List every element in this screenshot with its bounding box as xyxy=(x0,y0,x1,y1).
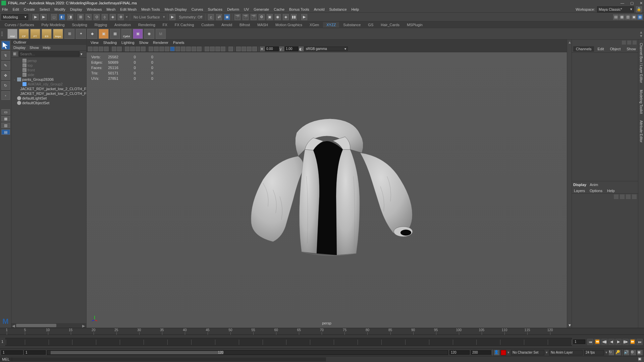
vp-color-mgmt-combo[interactable]: sRGB gamma▾ xyxy=(304,47,348,51)
scale-tool-icon[interactable]: ▫ xyxy=(1,91,10,100)
layout-horiz-icon[interactable]: ▤ xyxy=(1,129,10,135)
viewport[interactable]: Verts:2558200Edges:5068900Faces:2511600T… xyxy=(87,52,567,328)
cached-playback-icon[interactable]: ▣ xyxy=(637,350,643,355)
panel-layout-4-icon[interactable]: ▣ xyxy=(631,14,637,20)
menu-file[interactable]: File xyxy=(2,7,8,11)
render-settings-icon[interactable]: ⚙ xyxy=(259,14,265,20)
minimize-button[interactable]: — xyxy=(621,1,624,5)
vp-wireframe-icon[interactable] xyxy=(149,47,153,51)
workspace-selector[interactable]: Maya Classic*▾ xyxy=(597,6,634,12)
select-by-hierarchy-icon[interactable]: ◧ xyxy=(59,14,65,20)
menu-bonus-tools[interactable]: Bonus Tools xyxy=(289,7,309,11)
outliner-item[interactable]: front xyxy=(11,68,86,72)
vp-camera-select-icon[interactable] xyxy=(88,47,93,51)
tab-attribute-editor[interactable]: Attribute Editor xyxy=(639,118,643,144)
hypershade-icon[interactable]: ◉ xyxy=(275,14,281,20)
outliner-menu-help[interactable]: Help xyxy=(43,46,51,50)
outliner-tree[interactable]: persptopfrontside-pants_Group28306AVATAR… xyxy=(11,58,86,323)
shelf-tab-rigging[interactable]: Rigging xyxy=(91,22,110,27)
snap-grid-icon[interactable]: ⊞ xyxy=(77,14,84,20)
shelf-btn-impo[interactable]: Impo xyxy=(53,29,63,39)
snap-curve-icon[interactable]: ∿ xyxy=(86,14,92,20)
cmd-language-label[interactable]: MEL xyxy=(0,357,12,361)
layer-create-empty-icon[interactable] xyxy=(626,194,631,199)
vp-2d-pan-icon[interactable] xyxy=(112,47,116,51)
vp-light2-icon[interactable] xyxy=(215,47,220,51)
tab-channel-box[interactable]: Channel Box / Layer Editor xyxy=(639,41,643,85)
menu-mesh-display[interactable]: Mesh Display xyxy=(165,7,187,11)
panel-layout-2-icon[interactable]: ▦ xyxy=(619,14,625,20)
snap-plane-icon[interactable]: ◊ xyxy=(102,14,108,20)
shelf-tab-custom[interactable]: Custom xyxy=(198,22,217,27)
vp-isolate-icon[interactable] xyxy=(205,47,209,51)
menu-curves[interactable]: Curves xyxy=(192,7,203,11)
render-view-icon[interactable]: ▣ xyxy=(267,14,273,20)
set-key-button[interactable] xyxy=(501,350,506,355)
cb-update-icon[interactable] xyxy=(627,41,631,45)
menu-edit[interactable]: Edit xyxy=(13,7,19,11)
goto-start-button[interactable]: ⏮ xyxy=(587,339,593,345)
select-tool-icon[interactable] xyxy=(1,41,10,50)
menu-arnold[interactable]: Arnold xyxy=(314,7,325,11)
vp-gate-mask-icon[interactable] xyxy=(141,47,146,51)
vp-ao-icon[interactable] xyxy=(170,47,175,51)
vp-film-gate-icon[interactable] xyxy=(130,47,135,51)
symmetry-label[interactable]: Symmetry: Off xyxy=(177,15,204,19)
shelf-tab-fx[interactable]: FX xyxy=(159,22,171,27)
menu-windows[interactable]: Windows xyxy=(87,7,102,11)
shelf-tab-curves[interactable]: Curves / Surfaces xyxy=(1,22,37,27)
outliner-item[interactable]: defaultObjectSet xyxy=(11,101,86,105)
playback-prefs-icon[interactable]: ⚙ xyxy=(631,350,636,355)
layout-single-icon[interactable]: ▭ xyxy=(1,109,10,115)
pause-icon[interactable]: ▮▮ xyxy=(291,14,297,20)
shelf-tab-rendering[interactable]: Rendering xyxy=(135,22,159,27)
audio-icon[interactable]: 🔊 xyxy=(624,350,629,355)
outliner-search-input[interactable] xyxy=(19,51,79,57)
layer-list[interactable] xyxy=(572,200,638,328)
vp-motion-blur-icon[interactable] xyxy=(175,47,180,51)
shelf-tab-arnold[interactable]: Arnold xyxy=(218,22,235,27)
vp-view-transform-icon[interactable]: ◐ xyxy=(299,47,304,51)
command-input[interactable] xyxy=(12,357,326,361)
fps-combo[interactable]: 24 fps xyxy=(584,350,604,355)
auto-key-icon[interactable]: 🔑 xyxy=(615,350,621,355)
vp-image-plane-icon[interactable] xyxy=(104,47,109,51)
layer-move-up-icon[interactable] xyxy=(614,194,619,199)
menu-surfaces[interactable]: Surfaces xyxy=(208,7,222,11)
vp-camera1-icon[interactable] xyxy=(236,47,241,51)
viewport-mesh-jacket[interactable] xyxy=(226,109,427,271)
vp-wireframe-on-shaded-icon[interactable] xyxy=(186,47,191,51)
menu-edit-mesh[interactable]: Edit Mesh xyxy=(120,7,137,11)
shelf-tab-poly[interactable]: Poly Modeling xyxy=(38,22,68,27)
outliner-menu-show[interactable]: Show xyxy=(30,46,39,50)
outliner-item[interactable]: -pants_Group28306 xyxy=(11,77,86,82)
menu-uv[interactable]: UV xyxy=(244,7,249,11)
vp-grease-icon[interactable] xyxy=(117,47,122,51)
cb-tab-object[interactable]: Object xyxy=(607,46,623,52)
vp-camera2-icon[interactable] xyxy=(241,47,246,51)
menu-substance[interactable]: Substance xyxy=(329,7,347,11)
vp-gamma-icon[interactable]: γ xyxy=(279,47,284,51)
panel-layout-5-icon[interactable]: ▦ xyxy=(637,14,643,20)
shelf-btn-ft[interactable]: FT xyxy=(30,29,40,39)
menu-deform[interactable]: Deform xyxy=(227,7,239,11)
shelf-tab-sculpting[interactable]: Sculpting xyxy=(69,22,91,27)
layout-vert-icon[interactable]: ▥ xyxy=(1,123,10,128)
paint-select-tool-icon[interactable]: ✎ xyxy=(1,61,10,70)
layer-move-down-icon[interactable] xyxy=(620,194,625,199)
vp-grid-icon[interactable] xyxy=(125,47,129,51)
step-forward-key-button[interactable]: ⏩ xyxy=(630,339,636,345)
shelf-btn-es[interactable]: ES xyxy=(42,29,52,39)
panel-layout-1-icon[interactable]: ▤ xyxy=(613,14,619,20)
outliner-item[interactable]: JACKET_RDY_jacket_low_2_CLOTH_FROM_z xyxy=(11,86,86,91)
cb-tab-channels[interactable]: Channels xyxy=(573,46,594,52)
snap-center-icon[interactable]: ⊕ xyxy=(118,14,124,20)
snap-point-icon[interactable]: ⊙ xyxy=(94,14,100,20)
move-tool-icon[interactable]: ✥ xyxy=(1,71,10,80)
vp-camera-lock-icon[interactable] xyxy=(93,47,98,51)
range-slider[interactable]: 120 xyxy=(47,350,448,355)
lasso-tool-icon[interactable]: ↯ xyxy=(1,51,10,60)
input-output-icon[interactable]: ⇄ xyxy=(216,14,222,20)
vp-resolution-gate-icon[interactable] xyxy=(136,47,140,51)
layer-menu-options[interactable]: Options xyxy=(590,189,602,193)
